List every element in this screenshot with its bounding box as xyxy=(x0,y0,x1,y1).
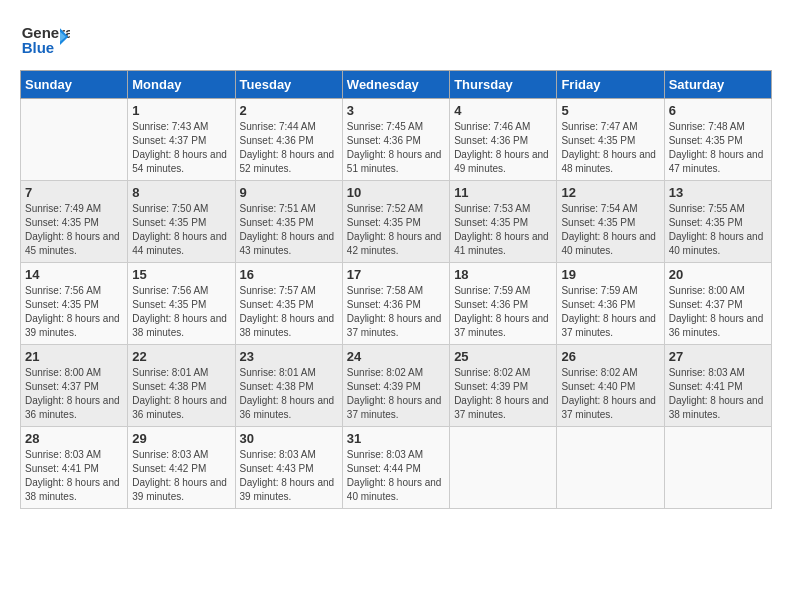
calendar-cell: 14 Sunrise: 7:56 AMSunset: 4:35 PMDaylig… xyxy=(21,263,128,345)
cell-details: Sunrise: 7:48 AMSunset: 4:35 PMDaylight:… xyxy=(669,120,767,176)
day-number: 7 xyxy=(25,185,123,200)
calendar-cell: 18 Sunrise: 7:59 AMSunset: 4:36 PMDaylig… xyxy=(450,263,557,345)
cell-details: Sunrise: 8:03 AMSunset: 4:41 PMDaylight:… xyxy=(669,366,767,422)
calendar-cell xyxy=(664,427,771,509)
day-number: 31 xyxy=(347,431,445,446)
cell-details: Sunrise: 7:50 AMSunset: 4:35 PMDaylight:… xyxy=(132,202,230,258)
day-number: 19 xyxy=(561,267,659,282)
day-number: 12 xyxy=(561,185,659,200)
day-number: 21 xyxy=(25,349,123,364)
calendar-cell: 9 Sunrise: 7:51 AMSunset: 4:35 PMDayligh… xyxy=(235,181,342,263)
cell-details: Sunrise: 8:00 AMSunset: 4:37 PMDaylight:… xyxy=(669,284,767,340)
calendar-cell: 1 Sunrise: 7:43 AMSunset: 4:37 PMDayligh… xyxy=(128,99,235,181)
calendar-cell: 8 Sunrise: 7:50 AMSunset: 4:35 PMDayligh… xyxy=(128,181,235,263)
calendar-cell: 12 Sunrise: 7:54 AMSunset: 4:35 PMDaylig… xyxy=(557,181,664,263)
day-header: Monday xyxy=(128,71,235,99)
calendar-cell xyxy=(21,99,128,181)
day-number: 15 xyxy=(132,267,230,282)
day-number: 24 xyxy=(347,349,445,364)
day-number: 20 xyxy=(669,267,767,282)
header: General Blue xyxy=(20,20,772,60)
calendar-cell: 17 Sunrise: 7:58 AMSunset: 4:36 PMDaylig… xyxy=(342,263,449,345)
cell-details: Sunrise: 8:02 AMSunset: 4:39 PMDaylight:… xyxy=(454,366,552,422)
cell-details: Sunrise: 8:01 AMSunset: 4:38 PMDaylight:… xyxy=(240,366,338,422)
cell-details: Sunrise: 7:56 AMSunset: 4:35 PMDaylight:… xyxy=(25,284,123,340)
calendar-cell: 4 Sunrise: 7:46 AMSunset: 4:36 PMDayligh… xyxy=(450,99,557,181)
calendar-cell: 23 Sunrise: 8:01 AMSunset: 4:38 PMDaylig… xyxy=(235,345,342,427)
calendar-cell: 24 Sunrise: 8:02 AMSunset: 4:39 PMDaylig… xyxy=(342,345,449,427)
day-number: 3 xyxy=(347,103,445,118)
cell-details: Sunrise: 7:54 AMSunset: 4:35 PMDaylight:… xyxy=(561,202,659,258)
calendar-table: SundayMondayTuesdayWednesdayThursdayFrid… xyxy=(20,70,772,509)
logo: General Blue xyxy=(20,20,70,60)
cell-details: Sunrise: 7:59 AMSunset: 4:36 PMDaylight:… xyxy=(454,284,552,340)
day-header: Thursday xyxy=(450,71,557,99)
calendar-week-row: 21 Sunrise: 8:00 AMSunset: 4:37 PMDaylig… xyxy=(21,345,772,427)
day-number: 27 xyxy=(669,349,767,364)
cell-details: Sunrise: 7:57 AMSunset: 4:35 PMDaylight:… xyxy=(240,284,338,340)
calendar-cell xyxy=(557,427,664,509)
day-number: 30 xyxy=(240,431,338,446)
day-number: 18 xyxy=(454,267,552,282)
day-number: 6 xyxy=(669,103,767,118)
calendar-week-row: 28 Sunrise: 8:03 AMSunset: 4:41 PMDaylig… xyxy=(21,427,772,509)
calendar-cell: 19 Sunrise: 7:59 AMSunset: 4:36 PMDaylig… xyxy=(557,263,664,345)
cell-details: Sunrise: 7:44 AMSunset: 4:36 PMDaylight:… xyxy=(240,120,338,176)
calendar-cell: 26 Sunrise: 8:02 AMSunset: 4:40 PMDaylig… xyxy=(557,345,664,427)
calendar-cell: 11 Sunrise: 7:53 AMSunset: 4:35 PMDaylig… xyxy=(450,181,557,263)
cell-details: Sunrise: 7:43 AMSunset: 4:37 PMDaylight:… xyxy=(132,120,230,176)
calendar-cell: 5 Sunrise: 7:47 AMSunset: 4:35 PMDayligh… xyxy=(557,99,664,181)
calendar-cell: 30 Sunrise: 8:03 AMSunset: 4:43 PMDaylig… xyxy=(235,427,342,509)
day-number: 16 xyxy=(240,267,338,282)
cell-details: Sunrise: 8:03 AMSunset: 4:41 PMDaylight:… xyxy=(25,448,123,504)
cell-details: Sunrise: 7:58 AMSunset: 4:36 PMDaylight:… xyxy=(347,284,445,340)
cell-details: Sunrise: 7:46 AMSunset: 4:36 PMDaylight:… xyxy=(454,120,552,176)
calendar-cell: 20 Sunrise: 8:00 AMSunset: 4:37 PMDaylig… xyxy=(664,263,771,345)
day-number: 1 xyxy=(132,103,230,118)
calendar-cell: 3 Sunrise: 7:45 AMSunset: 4:36 PMDayligh… xyxy=(342,99,449,181)
cell-details: Sunrise: 7:59 AMSunset: 4:36 PMDaylight:… xyxy=(561,284,659,340)
calendar-cell: 27 Sunrise: 8:03 AMSunset: 4:41 PMDaylig… xyxy=(664,345,771,427)
cell-details: Sunrise: 8:03 AMSunset: 4:44 PMDaylight:… xyxy=(347,448,445,504)
day-number: 11 xyxy=(454,185,552,200)
calendar-cell: 28 Sunrise: 8:03 AMSunset: 4:41 PMDaylig… xyxy=(21,427,128,509)
cell-details: Sunrise: 8:02 AMSunset: 4:40 PMDaylight:… xyxy=(561,366,659,422)
day-number: 10 xyxy=(347,185,445,200)
day-header: Tuesday xyxy=(235,71,342,99)
day-number: 14 xyxy=(25,267,123,282)
cell-details: Sunrise: 7:45 AMSunset: 4:36 PMDaylight:… xyxy=(347,120,445,176)
cell-details: Sunrise: 8:01 AMSunset: 4:38 PMDaylight:… xyxy=(132,366,230,422)
day-header: Sunday xyxy=(21,71,128,99)
day-number: 8 xyxy=(132,185,230,200)
day-header: Saturday xyxy=(664,71,771,99)
day-number: 29 xyxy=(132,431,230,446)
cell-details: Sunrise: 7:53 AMSunset: 4:35 PMDaylight:… xyxy=(454,202,552,258)
day-number: 17 xyxy=(347,267,445,282)
cell-details: Sunrise: 7:49 AMSunset: 4:35 PMDaylight:… xyxy=(25,202,123,258)
calendar-cell: 6 Sunrise: 7:48 AMSunset: 4:35 PMDayligh… xyxy=(664,99,771,181)
cell-details: Sunrise: 7:55 AMSunset: 4:35 PMDaylight:… xyxy=(669,202,767,258)
cell-details: Sunrise: 8:03 AMSunset: 4:42 PMDaylight:… xyxy=(132,448,230,504)
day-number: 28 xyxy=(25,431,123,446)
day-number: 26 xyxy=(561,349,659,364)
cell-details: Sunrise: 8:03 AMSunset: 4:43 PMDaylight:… xyxy=(240,448,338,504)
day-header: Wednesday xyxy=(342,71,449,99)
day-number: 2 xyxy=(240,103,338,118)
calendar-cell: 15 Sunrise: 7:56 AMSunset: 4:35 PMDaylig… xyxy=(128,263,235,345)
cell-details: Sunrise: 7:47 AMSunset: 4:35 PMDaylight:… xyxy=(561,120,659,176)
calendar-cell xyxy=(450,427,557,509)
day-number: 25 xyxy=(454,349,552,364)
calendar-cell: 25 Sunrise: 8:02 AMSunset: 4:39 PMDaylig… xyxy=(450,345,557,427)
day-number: 4 xyxy=(454,103,552,118)
cell-details: Sunrise: 7:52 AMSunset: 4:35 PMDaylight:… xyxy=(347,202,445,258)
day-number: 23 xyxy=(240,349,338,364)
cell-details: Sunrise: 8:02 AMSunset: 4:39 PMDaylight:… xyxy=(347,366,445,422)
calendar-cell: 2 Sunrise: 7:44 AMSunset: 4:36 PMDayligh… xyxy=(235,99,342,181)
day-number: 5 xyxy=(561,103,659,118)
calendar-cell: 31 Sunrise: 8:03 AMSunset: 4:44 PMDaylig… xyxy=(342,427,449,509)
cell-details: Sunrise: 7:51 AMSunset: 4:35 PMDaylight:… xyxy=(240,202,338,258)
svg-text:Blue: Blue xyxy=(22,39,55,56)
cell-details: Sunrise: 7:56 AMSunset: 4:35 PMDaylight:… xyxy=(132,284,230,340)
day-header: Friday xyxy=(557,71,664,99)
calendar-week-row: 7 Sunrise: 7:49 AMSunset: 4:35 PMDayligh… xyxy=(21,181,772,263)
